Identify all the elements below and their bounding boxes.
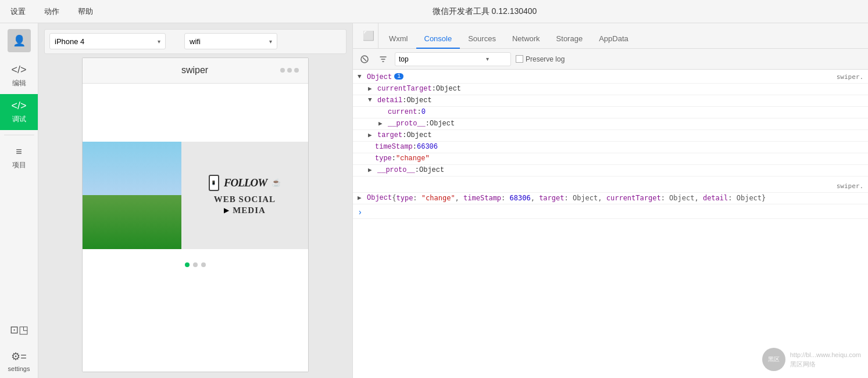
device-label: iPhone 4 <box>55 37 84 46</box>
key-current: current <box>388 108 417 116</box>
tab-wxml[interactable]: Wxml <box>381 30 416 49</box>
watermark-text: http://bl...www.heiqu.com 黑区网络 <box>790 350 861 369</box>
console-prompt-chevron: › <box>358 208 362 217</box>
collapsed-obj-content: {type: "change", timeStamp: 68306, targe… <box>392 194 766 202</box>
console-line-detail: detail : Object <box>353 95 868 107</box>
filter-input[interactable] <box>399 55 486 63</box>
sidebar-item-label-compile: settings <box>8 365 30 372</box>
editor-icon: </> <box>11 64 26 76</box>
avatar-icon: 👤 <box>13 34 26 47</box>
devtools-tabs: ⬜ Wxml Console Sources Network Storage A… <box>353 23 868 49</box>
key-currenttarget: currentTarget <box>377 85 432 93</box>
key-type: type <box>375 154 392 163</box>
key-proto2: __proto__ <box>377 166 415 174</box>
sidebar-divider <box>4 135 34 135</box>
filter-input-wrap: ▾ <box>395 52 511 66</box>
console-line-currenttarget: currentTarget : Object <box>353 84 868 95</box>
menu-item-actions[interactable]: 动作 <box>41 4 63 19</box>
detail-toggle[interactable] <box>368 96 375 103</box>
val-type: "change" <box>396 154 430 163</box>
swiper-dot-3 <box>201 262 206 267</box>
val-current: 0 <box>422 108 426 116</box>
collapsed-obj-toggle[interactable] <box>358 194 365 201</box>
sidebar: 👤 </> 编辑 </> 调试 ≡ 项目 ⊡◳ ⚙= settings <box>0 23 38 378</box>
object-toggle[interactable] <box>358 73 365 80</box>
tab-storage[interactable]: Storage <box>548 30 591 49</box>
right-panel: ⬜ Wxml Console Sources Network Storage A… <box>352 23 868 378</box>
val-detail: Object <box>406 96 431 105</box>
clear-console-button[interactable] <box>358 52 372 66</box>
console-line-target: target : Object <box>353 130 868 142</box>
console-line-collapsed-obj[interactable]: swiper. <box>353 181 868 193</box>
device-title: swiper <box>181 65 208 75</box>
key-detail: detail <box>377 96 402 105</box>
val-currenttarget: Object <box>436 85 461 93</box>
main-layout: 👤 </> 编辑 </> 调试 ≡ 项目 ⊡◳ ⚙= settings iPh <box>0 23 868 378</box>
menu-bar: 设置 动作 帮助 微信开发者工具 0.12.130400 <box>0 0 868 23</box>
sidebar-item-project[interactable]: ≡ 项目 <box>0 140 38 176</box>
filter-icon[interactable] <box>376 52 390 66</box>
toolbar-row: iPhone 4 ▾ wifi ▾ <box>44 29 347 54</box>
console-line-object-header[interactable]: Object 1 swiper. <box>353 72 868 84</box>
device-dot-3 <box>294 68 299 73</box>
tab-network[interactable]: Network <box>504 30 548 49</box>
network-label: wifi <box>190 37 201 46</box>
sidebar-item-label-debug: 调试 <box>12 114 26 124</box>
avatar[interactable]: 👤 <box>8 29 31 52</box>
console-input[interactable] <box>365 208 863 216</box>
svg-line-1 <box>363 57 366 61</box>
tab-sources[interactable]: Sources <box>460 30 504 49</box>
obj-badge: 1 <box>394 73 403 80</box>
device-title-bar: swiper <box>83 58 308 84</box>
device-frame: swiper <box>82 57 309 372</box>
console-line-type: type : "change" <box>353 153 868 165</box>
sidebar-item-compile[interactable]: ⚙= settings <box>0 344 38 378</box>
network-select[interactable]: wifi ▾ <box>184 33 277 49</box>
console-input-row: › <box>353 207 868 219</box>
swiper-dot-1 <box>185 262 190 267</box>
console-section-1: Object 1 swiper. currentTarget : Object <box>353 72 868 177</box>
console-line-proto2: __proto__ : Object <box>353 165 868 177</box>
proto2-toggle[interactable] <box>368 166 375 174</box>
val-proto2: Object <box>419 166 444 174</box>
device-select[interactable]: iPhone 4 ▾ <box>49 33 166 49</box>
menu-item-settings[interactable]: 设置 <box>7 4 29 19</box>
sidebar-item-debug[interactable]: </> 调试 <box>0 94 38 130</box>
swiper-img-left <box>83 142 181 249</box>
filter-dropdown-arrow[interactable]: ▾ <box>486 56 489 62</box>
devtools-inspect-icon[interactable]: ⬜ <box>363 30 374 41</box>
console-line-current: current : 0 <box>353 107 868 118</box>
debug-icon: </> <box>11 100 26 112</box>
swiper-white-area <box>83 84 308 142</box>
console-line-collapsed-object[interactable]: Object {type: "change", timeStamp: 68306… <box>353 193 868 204</box>
currenttarget-toggle[interactable] <box>368 85 375 92</box>
sidebar-item-component[interactable]: ⊡◳ <box>0 318 38 344</box>
proto1-toggle[interactable] <box>378 120 385 127</box>
tab-appdata[interactable]: AppData <box>591 30 637 49</box>
device-dot-1 <box>280 68 285 73</box>
menu-item-help[interactable]: 帮助 <box>74 4 97 19</box>
console-toolbar: ▾ Preserve log <box>353 49 868 70</box>
console-line-proto1: __proto__ : Object <box>353 118 868 130</box>
watermark-logo: 黑区 <box>762 348 785 371</box>
center-panel: iPhone 4 ▾ wifi ▾ swiper <box>38 23 352 378</box>
console-output: Object 1 swiper. currentTarget : Object <box>353 70 868 378</box>
source-link-2[interactable]: swiper. <box>837 182 863 190</box>
target-toggle[interactable] <box>368 131 375 139</box>
val-target: Object <box>406 131 431 139</box>
val-timestamp: 66306 <box>417 143 438 151</box>
device-select-arrow: ▾ <box>158 38 160 45</box>
swiper-img-right: 📱 FOLLOW ☕ WEB SOCIAL ▶ MEDIA <box>181 142 308 249</box>
val-proto1: Object <box>430 120 455 128</box>
preserve-log: Preserve log <box>516 55 565 63</box>
swiper-image-area: 📱 FOLLOW ☕ WEB SOCIAL ▶ MEDIA <box>83 142 308 258</box>
sidebar-item-editor[interactable]: </> 编辑 <box>0 58 38 94</box>
tab-console[interactable]: Console <box>416 30 460 49</box>
device-bottom-area <box>83 272 308 372</box>
console-section-2: swiper. Object {type: "change", timeStam… <box>353 181 868 204</box>
swiper-dots-row <box>83 258 308 272</box>
device-dots <box>280 68 299 73</box>
settings-icon: ⚙= <box>11 350 27 363</box>
preserve-log-checkbox[interactable] <box>516 55 523 63</box>
source-link-1[interactable]: swiper. <box>837 73 863 81</box>
